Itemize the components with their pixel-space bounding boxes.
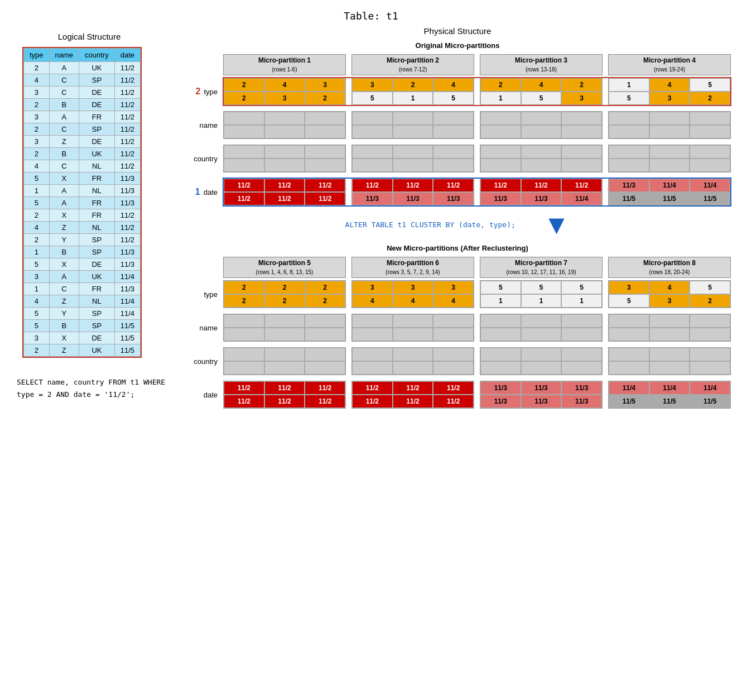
mp-2-name-r1-c1 <box>521 125 562 138</box>
logical-section: Logical Structure typenamecountrydate 2A… <box>11 26 167 401</box>
mp-0-type-r0-c2: 3 <box>305 78 345 92</box>
mp-1-name-r0-c0 <box>352 112 393 125</box>
logical-cell-3-1: B <box>49 99 79 111</box>
mp-2-date-cells: 11/311/311/311/311/311/3 <box>480 381 603 409</box>
mp-0-country-r1-c1 <box>264 159 305 172</box>
logical-table-wrapper: typenamecountrydate 2AUK11/24CSP11/23CDE… <box>22 47 142 358</box>
logical-cell-6-2: DE <box>79 136 115 148</box>
badge-2: 2 <box>196 87 201 97</box>
mp-header-2: Micro-partition 3(rows 13-18) <box>480 54 603 75</box>
logical-cell-23-0: 2 <box>24 344 50 357</box>
mp-0-country-r1-c2 <box>305 159 345 172</box>
down-arrow: ▼ <box>543 212 570 238</box>
mp-2-country-r0-c2 <box>561 145 602 159</box>
mp-3-country-cells <box>608 347 731 375</box>
mp-0-name-r0-c0 <box>224 314 264 328</box>
mp-2-country-r1-c0 <box>480 361 521 375</box>
mp-0-country-cells <box>223 347 346 375</box>
logical-cell-15-1: B <box>49 246 79 258</box>
mp-3-type-r0-c1: 4 <box>649 281 690 294</box>
logical-cell-19-1: Z <box>49 295 79 308</box>
mp-3-country-r0-c0 <box>609 348 649 361</box>
logical-cell-14-1: Y <box>49 234 79 246</box>
mp-header-0: Micro-partition 1(rows 1-6) <box>223 54 346 75</box>
logical-cell-18-0: 1 <box>24 283 50 295</box>
mp-2-date-r0-c0: 11/3 <box>480 381 521 395</box>
mp-3-country-r0-c1 <box>649 145 690 159</box>
mp-3-date-r0-c0: 11/3 <box>609 179 649 192</box>
logical-cell-9-0: 5 <box>24 172 50 185</box>
field-label-date: date <box>204 391 218 399</box>
logical-cell-11-3: 11/3 <box>114 197 140 209</box>
logical-cell-6-3: 11/2 <box>114 136 140 148</box>
logical-cell-14-0: 2 <box>24 234 50 246</box>
mp-3-country-r1-c1 <box>649 361 690 375</box>
mp-1-country-r0-c0 <box>352 348 393 361</box>
mp-1-name-r1-c1 <box>393 328 433 341</box>
mp-1-date-r1-c2: 11/3 <box>433 192 474 205</box>
logical-cell-12-2: FR <box>79 209 115 222</box>
new-partitions-title: New Micro-partitions (After Reclustering… <box>184 244 731 252</box>
mp-2-type-r1-c1: 1 <box>521 294 562 308</box>
mp-1-name-r0-c0 <box>352 314 393 328</box>
mp-1-name-r1-c0 <box>352 328 393 341</box>
mp-3-date-r1-c2: 11/5 <box>690 192 730 205</box>
mp-1-name-cells <box>351 111 474 139</box>
logical-cell-22-2: DE <box>79 332 115 344</box>
mp-0-country-r0-c0 <box>224 348 264 361</box>
logical-cell-0-0: 2 <box>24 62 50 74</box>
mp-2-date-r1-c1: 11/3 <box>521 395 562 408</box>
logical-cell-2-2: DE <box>79 87 115 99</box>
mp-3-date-r0-c2: 11/4 <box>690 179 730 192</box>
logical-cell-20-3: 11/4 <box>114 308 140 320</box>
logical-cell-13-0: 4 <box>24 222 50 234</box>
mp-2-type-r1-c2: 3 <box>561 92 602 105</box>
mp-3-name-r0-c2 <box>690 314 730 328</box>
logical-cell-20-0: 5 <box>24 308 50 320</box>
mp-1-country-cells <box>351 145 474 172</box>
mp-0-type-r0-c2: 2 <box>305 281 345 294</box>
mp-2-country-r0-c0 <box>480 348 521 361</box>
mp-1-name-r0-c1 <box>393 314 433 328</box>
mp-2-country-cells <box>480 347 603 375</box>
mp-3-country-r1-c1 <box>649 159 690 172</box>
mp-3-name-r1-c0 <box>609 328 649 341</box>
logical-cell-6-1: Z <box>49 136 79 148</box>
mp-0-name-r0-c1 <box>264 112 305 125</box>
mp-0-type-r1-c1: 3 <box>264 92 305 105</box>
mp-2-name-r1-c2 <box>561 328 602 341</box>
mp-0-date-r1-c1: 11/2 <box>264 192 305 205</box>
mp-2-country-r1-c2 <box>561 361 602 375</box>
mp-0-name-r1-c1 <box>264 125 305 138</box>
mp-3-date-r1-c0: 11/5 <box>609 192 649 205</box>
mp-0-date-r0-c1: 11/2 <box>264 179 305 192</box>
mp-3-date-r0-c1: 11/4 <box>649 381 690 395</box>
logical-cell-15-3: 11/3 <box>114 246 140 258</box>
mp-0-country-r0-c1 <box>264 145 305 159</box>
mp-1-country-r1-c0 <box>352 159 393 172</box>
logical-cell-0-2: UK <box>79 62 115 74</box>
field-label-name: name <box>199 324 218 332</box>
mp-2-type-r0-c0: 2 <box>480 78 521 92</box>
logical-cell-17-3: 11/4 <box>114 271 140 283</box>
mp-0-type-r0-c0: 2 <box>224 78 264 92</box>
logical-cell-8-2: NL <box>79 160 115 172</box>
mp-1-date-r0-c1: 11/2 <box>393 381 433 395</box>
logical-cell-23-2: UK <box>79 344 115 357</box>
mp-2-date-r1-c2: 11/3 <box>561 395 602 408</box>
mp-1-country-r1-c2 <box>433 361 474 375</box>
mp-3-type-r1-c2: 2 <box>690 294 730 308</box>
mp-3-type-r0-c0: 1 <box>609 78 649 92</box>
mp-1-name-r1-c2 <box>433 328 474 341</box>
mp-2-country-r1-c2 <box>561 159 602 172</box>
logical-cell-21-0: 5 <box>24 320 50 332</box>
mp-0-name-r0-c2 <box>305 314 345 328</box>
mp-3-type-cells: 145532 <box>608 78 731 106</box>
mp-3-country-r1-c0 <box>609 361 649 375</box>
logical-cell-6-0: 3 <box>24 136 50 148</box>
logical-cell-22-3: 11/5 <box>114 332 140 344</box>
logical-cell-9-1: X <box>49 172 79 185</box>
logical-cell-10-2: NL <box>79 185 115 197</box>
mp-1-type-r0-c2: 4 <box>433 78 474 92</box>
mp-3-country-r1-c2 <box>690 159 730 172</box>
